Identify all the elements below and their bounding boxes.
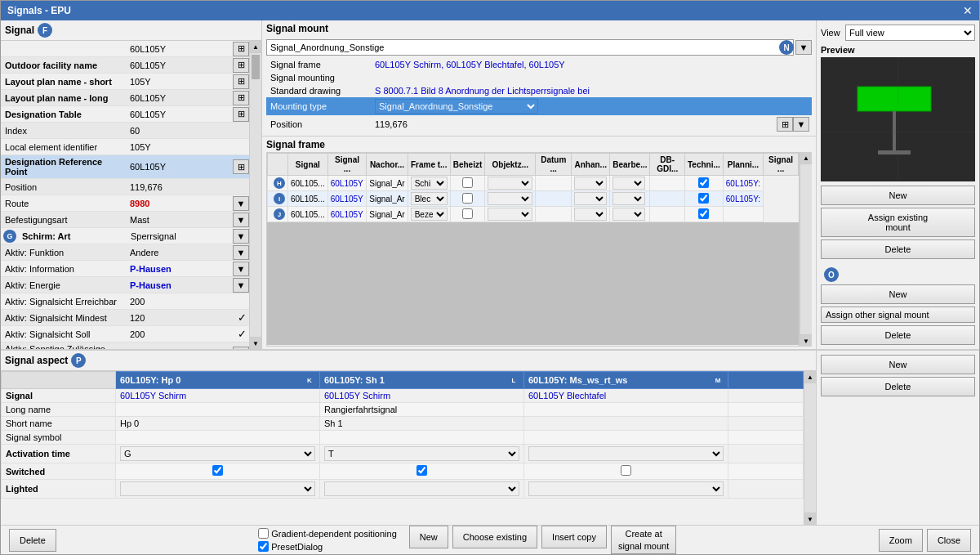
assign-other-signal-mount-button[interactable]: Assign other signal mount (821, 307, 975, 323)
new-signal-mount-button[interactable]: New (821, 284, 975, 304)
switched-checkbox-l[interactable] (416, 465, 427, 476)
signal-calc-button[interactable]: ⊞ (233, 58, 249, 73)
frame-col-bearbe[interactable]: Bearbe... (610, 154, 650, 176)
planni-checkbox-h[interactable] (698, 177, 709, 188)
aspect-cell-l: Rangierfahrtsignal (320, 403, 524, 417)
frame-col-frame-t[interactable]: Frame t... (408, 154, 450, 176)
footer-insert-copy-button[interactable]: Insert copy (541, 526, 607, 548)
information-dropdown-button[interactable]: ▼ (233, 262, 249, 276)
planni-checkbox-i[interactable] (698, 193, 709, 204)
frame-col-techni[interactable]: Techni... (684, 154, 723, 176)
preset-dialog-checkbox[interactable] (258, 541, 269, 552)
signal-mount-main-dropdown-button[interactable]: ▼ (795, 40, 812, 55)
footer-create-at-signal-mount-button[interactable]: Create at signal mount (611, 526, 676, 554)
frame-cell[interactable] (610, 176, 650, 191)
frame-cell[interactable] (610, 207, 650, 222)
frame-col-signal[interactable]: Signal (288, 154, 328, 176)
position-dropdown-button[interactable]: ▼ (793, 117, 809, 132)
frame-cell-check[interactable] (684, 191, 723, 207)
frame-col-anhan[interactable]: Anhan... (572, 154, 610, 176)
preset-dialog-label[interactable]: PresetDialog (258, 541, 397, 552)
aspect-scrollbar[interactable]: ▲ ▼ (804, 371, 816, 525)
frame-cell[interactable]: Blec (408, 191, 450, 207)
frame-scrollbar[interactable]: ▲ ▼ (800, 152, 812, 347)
frame-cell[interactable] (572, 191, 610, 207)
signal-panel-scrollbar[interactable]: ▲ ▼ (249, 41, 261, 349)
gradient-positioning-checkbox[interactable] (258, 528, 269, 539)
frame-col-dbgdi[interactable]: DB-GDI... (650, 154, 685, 176)
beheizt-checkbox-i[interactable] (462, 193, 473, 204)
aspect-scroll-up[interactable]: ▲ (804, 371, 816, 383)
aspect-cell-m[interactable] (524, 445, 728, 463)
aspect-cell-k[interactable] (116, 463, 320, 480)
signal-calc-button[interactable]: ⊞ (233, 107, 249, 122)
beheizt-checkbox-h[interactable] (462, 177, 473, 188)
signal-calc-button[interactable]: ⊞ (233, 91, 249, 105)
aspect-cell-m[interactable] (524, 463, 728, 480)
aspect-new-button[interactable]: New (821, 355, 975, 374)
frame-cell-check[interactable] (684, 176, 723, 191)
scroll-down-button[interactable]: ▼ (250, 337, 261, 349)
close-icon[interactable]: ✕ (963, 4, 973, 17)
frame-col-signal3[interactable]: Signal ... (764, 154, 799, 176)
frame-cell[interactable] (485, 191, 536, 207)
planni-checkbox-j[interactable] (698, 208, 709, 219)
schirm-art-dropdown-button[interactable]: ▼ (233, 229, 249, 244)
frame-col-planni[interactable]: Planni... (723, 154, 763, 176)
frame-cell[interactable] (610, 191, 650, 207)
aspect-cell-k[interactable] (116, 480, 320, 499)
frame-cell[interactable] (485, 207, 536, 222)
signal-calc-button[interactable]: ⊞ (233, 159, 249, 174)
delete-mount-button[interactable]: Delete (821, 239, 975, 259)
aspect-delete-button[interactable]: Delete (821, 377, 975, 396)
frame-cell[interactable] (572, 176, 610, 191)
footer-close-button[interactable]: Close (927, 529, 971, 552)
funktion-dropdown-button[interactable]: ▼ (233, 245, 249, 260)
aspect-scroll-down[interactable]: ▼ (804, 512, 816, 525)
aspect-cell-k[interactable]: G (116, 445, 320, 463)
signal-mount-dropdown[interactable]: Signal_Anordnung_Sonstige (266, 39, 794, 56)
gradient-positioning-label[interactable]: Gradient-dependent positioning (258, 528, 397, 539)
signal-row: G Schirm: Art Sperrsignal ▼ (1, 228, 249, 244)
frame-scroll-down[interactable]: ▼ (800, 334, 812, 347)
assign-existing-mount-button[interactable]: Assign existing mount (821, 208, 975, 237)
frame-col-signal2[interactable]: Signal ... (327, 154, 367, 176)
mounting-type-select[interactable]: Signal_Anordnung_Sonstige (375, 99, 538, 114)
aspect-cell-l[interactable]: T (320, 445, 524, 463)
befestigungsart-dropdown-button[interactable]: ▼ (233, 213, 249, 227)
delete-signal-mount-button[interactable]: Delete (821, 325, 975, 345)
frame-col-beheizt[interactable]: Beheizt (450, 154, 485, 176)
frame-cell[interactable]: Beze (408, 207, 450, 222)
route-dropdown-button[interactable]: ▼ (233, 196, 249, 211)
frame-cell[interactable] (485, 176, 536, 191)
switched-checkbox-m[interactable] (621, 465, 631, 476)
scroll-up-button[interactable]: ▲ (250, 41, 261, 53)
signal-calc-button[interactable]: ⊞ (233, 42, 249, 56)
frame-cell-check[interactable] (684, 207, 723, 222)
frame-cell[interactable] (572, 207, 610, 222)
aspect-cell-m[interactable] (524, 480, 728, 499)
switched-checkbox-k[interactable] (212, 465, 223, 476)
frame-col-datum[interactable]: Datum ... (536, 154, 572, 176)
footer-choose-existing-button[interactable]: Choose existing (452, 526, 537, 548)
aspect-cell-l[interactable] (320, 463, 524, 480)
footer-delete-button[interactable]: Delete (9, 529, 56, 552)
position-calc-button[interactable]: ⊞ (777, 117, 793, 132)
signal-calc-button[interactable]: ⊞ (233, 74, 249, 89)
frame-cell[interactable]: Schi (408, 176, 450, 191)
view-select[interactable]: Full view (845, 25, 975, 41)
frame-cell-check[interactable] (450, 207, 485, 222)
new-mount-button[interactable]: New (821, 186, 975, 205)
frame-col-objektz[interactable]: Objektz... (485, 154, 536, 176)
footer-zoom-button[interactable]: Zoom (879, 529, 923, 552)
frame-cell-check[interactable] (450, 191, 485, 207)
frame-scroll-up[interactable]: ▲ (800, 152, 812, 164)
check-icon-17: ✓ (238, 328, 247, 340)
footer-new-button[interactable]: New (409, 526, 448, 548)
scroll-thumb[interactable] (252, 55, 260, 79)
energie-dropdown-button[interactable]: ▼ (233, 278, 249, 293)
aspect-cell-l[interactable] (320, 480, 524, 499)
beheizt-checkbox-j[interactable] (462, 208, 473, 219)
frame-cell-check[interactable] (450, 176, 485, 191)
frame-col-nachor[interactable]: Nachor... (367, 154, 408, 176)
